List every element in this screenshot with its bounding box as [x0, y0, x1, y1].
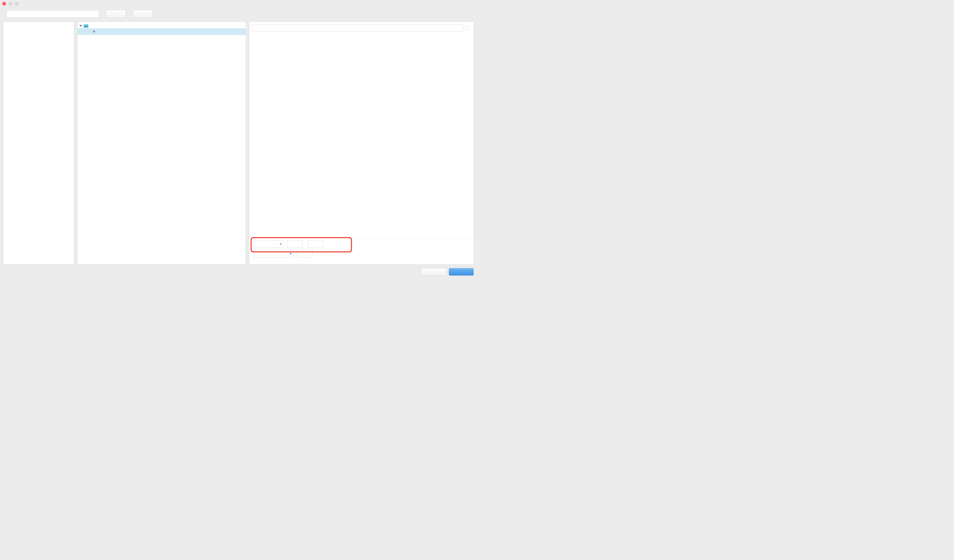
hide-unnamed-checkbox[interactable]: [465, 26, 470, 30]
x-input[interactable]: [287, 241, 303, 248]
case-header[interactable]: [78, 23, 246, 28]
ok-button[interactable]: [449, 268, 474, 275]
case-icon: [84, 25, 89, 28]
edit-condition-button[interactable]: [106, 10, 126, 18]
move-type-select[interactable]: [254, 241, 284, 248]
toolbar: [0, 7, 477, 20]
cancel-button[interactable]: [421, 268, 446, 275]
traffic-lights: [2, 2, 19, 5]
action-tree[interactable]: [3, 22, 74, 25]
bolt-icon: [92, 30, 96, 33]
zoom-icon[interactable]: [15, 2, 19, 5]
footer: [0, 267, 477, 277]
widget-tree[interactable]: [249, 34, 474, 192]
y-input[interactable]: [308, 241, 323, 248]
anim-type-select[interactable]: [254, 250, 294, 258]
case-name-input[interactable]: [6, 10, 99, 17]
close-icon[interactable]: [2, 2, 6, 5]
config-action-panel: [249, 20, 474, 264]
chevron-down-icon: [290, 253, 292, 255]
titlebar: [0, 0, 477, 7]
minimize-icon[interactable]: [9, 2, 12, 5]
time-input[interactable]: [297, 250, 313, 258]
add-action-panel: [3, 20, 74, 264]
clear-condition-button[interactable]: [133, 10, 153, 18]
organize-action-panel: [77, 20, 246, 264]
move-settings: [249, 238, 474, 264]
chevron-down-icon[interactable]: [80, 25, 82, 27]
case-action-row[interactable]: [78, 28, 246, 35]
search-input[interactable]: [252, 25, 463, 31]
chevron-down-icon: [279, 243, 282, 245]
